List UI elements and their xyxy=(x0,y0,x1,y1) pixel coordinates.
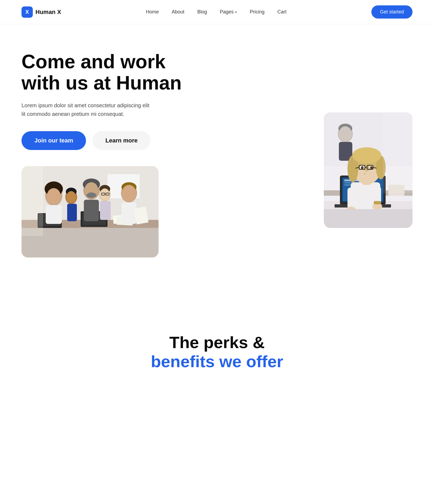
hero-content: Come and work with us at Human Lorem ips… xyxy=(21,51,188,150)
svg-rect-20 xyxy=(84,200,99,221)
perks-title: The perks & benefits we offer xyxy=(21,333,413,371)
svg-rect-71 xyxy=(347,188,355,209)
team-meeting-image xyxy=(21,166,159,258)
nav-link-pages[interactable]: Pages xyxy=(220,9,234,15)
brand-name: Human X xyxy=(35,9,61,16)
woman-laptop-svg xyxy=(324,112,413,228)
hero-subtitle: Lorem ipsum dolor sit amet consectetur a… xyxy=(21,101,153,118)
svg-point-23 xyxy=(122,185,136,201)
perks-title-blue: benefits we offer xyxy=(151,352,283,371)
hero-section: Come and work with us at Human Lorem ips… xyxy=(0,24,434,274)
nav-link-home[interactable]: Home xyxy=(146,9,159,15)
nav-item-about[interactable]: About xyxy=(172,9,184,15)
perks-title-black: The perks & xyxy=(169,333,265,352)
nav-item-pages[interactable]: Pages ▾ xyxy=(220,9,237,15)
nav-link-cart[interactable]: Cart xyxy=(277,9,286,15)
meeting-scene-svg xyxy=(21,166,159,258)
logo-icon: X xyxy=(21,6,33,18)
nav-link-about[interactable]: About xyxy=(172,9,184,15)
svg-rect-38 xyxy=(21,166,43,236)
svg-rect-36 xyxy=(67,204,77,221)
perks-section: The perks & benefits we offer xyxy=(0,306,434,387)
svg-rect-77 xyxy=(324,209,413,228)
logo[interactable]: X Human X xyxy=(21,6,61,18)
svg-point-70 xyxy=(366,170,368,172)
nav-item-cart[interactable]: Cart xyxy=(277,9,286,15)
svg-point-44 xyxy=(339,126,352,141)
nav-item-home[interactable]: Home xyxy=(146,9,159,15)
nav-item-pricing[interactable]: Pricing xyxy=(250,9,264,15)
nav-link-pricing[interactable]: Pricing xyxy=(250,9,264,15)
svg-rect-32 xyxy=(100,201,111,220)
svg-point-63 xyxy=(361,166,364,169)
nav-links: Home About Blog Pages ▾ Pricing Cart xyxy=(146,9,286,15)
nav-link-blog[interactable]: Blog xyxy=(197,9,207,15)
nav-item-blog[interactable]: Blog xyxy=(197,9,207,15)
woman-laptop-image xyxy=(324,112,413,228)
svg-rect-15 xyxy=(46,205,62,224)
hero-title: Come and work with us at Human xyxy=(21,51,188,94)
svg-rect-76 xyxy=(374,201,381,204)
svg-point-64 xyxy=(370,166,373,169)
svg-point-14 xyxy=(47,188,61,204)
svg-point-60 xyxy=(352,147,381,163)
svg-point-35 xyxy=(66,191,76,203)
svg-rect-24 xyxy=(121,202,137,224)
get-started-button[interactable]: Get started xyxy=(371,5,413,19)
svg-rect-80 xyxy=(383,112,413,193)
svg-point-75 xyxy=(365,173,372,180)
svg-point-19 xyxy=(87,192,96,198)
navbar: X Human X Home About Blog Pages ▾ Pricin… xyxy=(0,0,434,24)
hero-buttons: Join our team Learn more xyxy=(21,131,188,150)
join-team-button[interactable]: Join our team xyxy=(21,131,86,150)
learn-more-button[interactable]: Learn more xyxy=(92,131,150,150)
chevron-down-icon: ▾ xyxy=(235,10,237,14)
hero-images xyxy=(21,166,413,258)
